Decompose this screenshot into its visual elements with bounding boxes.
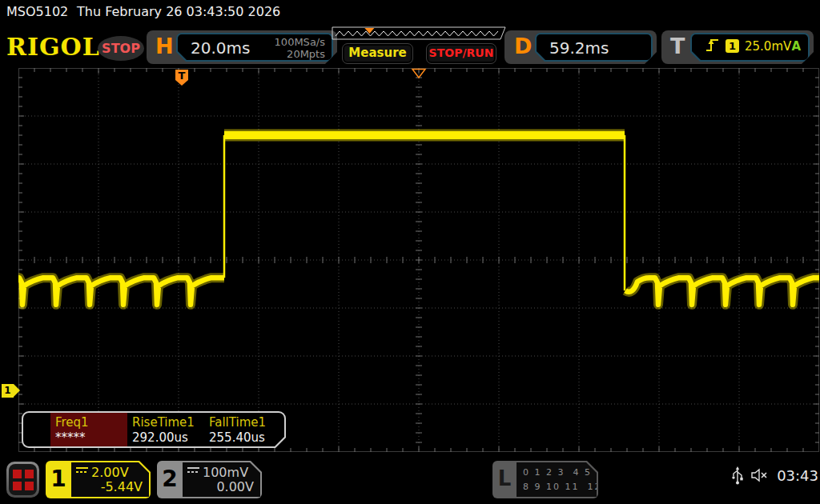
horizontal-section[interactable]: H 20.0ms 100MSa/s 20Mpts	[147, 30, 337, 64]
sample-rate: 100MSa/s 20Mpts	[275, 36, 325, 60]
trigger-edge-icon	[705, 37, 721, 54]
rigol-logo: RIGOL	[6, 33, 100, 61]
channel1-offset: -5.44V	[101, 479, 143, 494]
clock: 03:43	[777, 467, 818, 484]
trigger-mode: A	[791, 39, 801, 54]
channel2-scale: 100mV	[187, 465, 248, 480]
stop-run-button[interactable]: STOP/RUN	[426, 43, 496, 64]
delay-label: D	[514, 34, 532, 58]
channel2-offset: 0.00V	[216, 479, 254, 494]
logic-row-0-7: 0 1 2 34 5 6 7	[523, 467, 623, 478]
speaker-mute-icon[interactable]	[750, 467, 770, 483]
run-state-badge: STOP	[98, 36, 144, 61]
usb-icon	[732, 466, 743, 485]
menu-grid-icon	[9, 464, 37, 495]
channel2-number: 2	[157, 461, 183, 498]
timebase-value[interactable]: 20.0ms	[191, 38, 250, 58]
channel1-trace	[224, 135, 625, 290]
measurement-freq1[interactable]: Freq1 *****	[50, 413, 127, 446]
channel1-block[interactable]: 1 2.00V -5.44V	[46, 461, 151, 498]
measurement-panel[interactable]: Freq1 ***** RiseTime1 292.00us FallTime1…	[22, 411, 286, 448]
trigger-source-badge[interactable]: 1	[726, 39, 739, 53]
measure-button[interactable]: Measure	[342, 43, 413, 64]
dc-coupling-icon	[187, 467, 199, 475]
preview-zigzag	[336, 31, 498, 36]
channel2-block[interactable]: 2 100mV 0.00V	[157, 461, 262, 498]
measurement-risetime1[interactable]: RiseTime1 292.00us	[127, 413, 204, 446]
logic-label: L	[492, 461, 517, 498]
channel1-number: 1	[46, 461, 71, 498]
measurement-falltime1[interactable]: FallTime1 255.40us	[204, 413, 281, 446]
trigger-section[interactable]: T 1 25.0mV A	[661, 30, 814, 64]
horizontal-label: H	[155, 34, 174, 58]
menu-grid-button[interactable]	[6, 462, 39, 498]
grid-ticks	[18, 68, 819, 452]
logic-row-8-15: 8 9 10 1112 13 14 15	[523, 482, 666, 492]
waveform-preview-strip[interactable]	[331, 26, 507, 42]
model-name: MSO5102	[6, 0, 68, 24]
bottom-bar: 1 2.00V -5.44V 2 100mV 0.00V L 0 1 2 34 …	[0, 456, 820, 504]
dc-coupling-icon	[76, 467, 88, 475]
toolbar: RIGOL STOP H 20.0ms 100MSa/s 20Mpts Meas…	[0, 26, 820, 65]
trigger-flag-letter: T	[179, 70, 186, 82]
delay-section[interactable]: D 59.2ms	[504, 30, 657, 64]
trigger-level[interactable]: 25.0mV	[745, 39, 791, 54]
channel1-ground-marker[interactable]: 1	[2, 384, 19, 398]
header-datetime: Thu February 26 03:43:50 2026	[77, 0, 280, 24]
measurement-spacer	[23, 413, 50, 446]
logic-channels-block[interactable]: L 0 1 2 34 5 6 7 8 9 10 1112 13 14 15	[492, 461, 598, 498]
trigger-label: T	[670, 34, 685, 58]
header-bar: MSO5102 Thu February 26 03:43:50 2026	[0, 0, 820, 26]
channel1-scale: 2.00V	[76, 465, 129, 480]
waveform-display[interactable]: T	[18, 68, 819, 452]
delay-value[interactable]: 59.2ms	[549, 38, 609, 58]
